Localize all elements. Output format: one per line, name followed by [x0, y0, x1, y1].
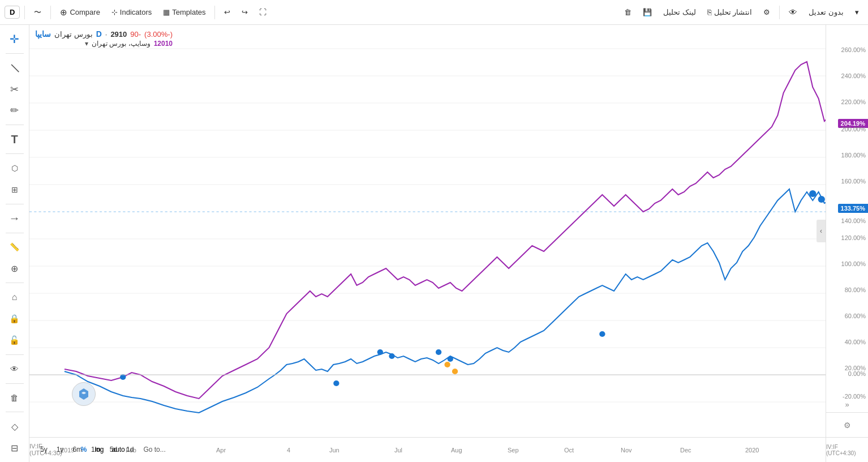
- time-label-nov: Nov: [621, 447, 632, 454]
- compare-row: 12010 وسایپ، بورس تهران ▾: [35, 40, 173, 48]
- bottom-timeframe-bar: 5y 1y 6m 1m 5d 1d Go to... IV:IF (UTC+4:…: [29, 437, 173, 462]
- collapse-panel-button[interactable]: ‹: [817, 220, 826, 242]
- dropdown-button[interactable]: ▾: [850, 6, 863, 19]
- price-highlight-blue: 133.75%: [838, 204, 868, 213]
- save-icon: 💾: [643, 8, 652, 16]
- price-label-120: 120.00%: [841, 234, 866, 241]
- chart-mode-buttons: IV:IF (UTC+4:30) % log auto: [29, 443, 127, 456]
- svg-point-22: [809, 190, 816, 197]
- chart-svg[interactable]: [29, 25, 826, 437]
- svg-point-18: [389, 353, 394, 359]
- link-analysis-label: لینک تحلیل: [663, 8, 696, 16]
- publish-analysis-label: انتشار تحلیل: [714, 8, 753, 16]
- chart-style-button[interactable]: 〜: [29, 5, 46, 20]
- price-label-80: 80.00%: [845, 286, 866, 293]
- goto-button[interactable]: Go to...: [143, 446, 165, 454]
- indicators-button[interactable]: ⊹ Indicators: [107, 6, 156, 19]
- node-tool[interactable]: ⬡: [5, 159, 25, 178]
- symbol-change: -90: [130, 30, 141, 38]
- time-label-apr: Apr: [216, 447, 226, 454]
- link-analysis-button[interactable]: لینک تحلیل: [659, 6, 701, 19]
- diamond-tool[interactable]: ◇: [5, 417, 25, 436]
- main-layout: ✛ | ✂ ✏ T ⬡ ⊞ → 📏 ⊕ ⌂ 🔒 🔓 👁 🗑 ◇ ⊟: [0, 25, 868, 462]
- compare-label: وسایپ، بورس تهران: [92, 40, 151, 48]
- unlock-tool[interactable]: 🔓: [5, 331, 25, 350]
- no-adjust-button[interactable]: بدون تعدیل: [804, 6, 848, 19]
- price-label-100: 100.00%: [841, 260, 866, 267]
- price-label-220: 220.00%: [841, 99, 866, 105]
- price-label-260: 260.00%: [841, 46, 866, 53]
- templates-icon: ▦: [163, 8, 170, 16]
- axis-settings-icon[interactable]: ⚙: [844, 421, 851, 430]
- templates-label: Templates: [172, 8, 205, 16]
- scissors-tool[interactable]: ✂: [5, 80, 25, 99]
- redo-button[interactable]: ↪: [237, 6, 252, 19]
- time-label-4: 4: [287, 447, 290, 454]
- pen-tool[interactable]: ✏: [5, 101, 25, 121]
- svg-point-16: [333, 380, 339, 386]
- compare-button[interactable]: ⊕ Compare: [55, 5, 104, 20]
- sep-6: [6, 283, 24, 283]
- eye-tool[interactable]: 👁: [5, 360, 25, 379]
- settings-icon: ⚙: [763, 8, 770, 16]
- hide-overlay-button[interactable]: 👁: [784, 5, 802, 19]
- compare-dropdown[interactable]: ▾: [85, 40, 88, 48]
- time-label-dec: Dec: [680, 447, 691, 454]
- delete-button[interactable]: 🗑: [620, 6, 636, 19]
- svg-point-24: [444, 362, 450, 367]
- indicators-icon: ⊹: [111, 8, 118, 16]
- text-tool[interactable]: T: [5, 130, 25, 149]
- expand-panel-button[interactable]: »: [845, 400, 849, 409]
- svg-point-23: [818, 196, 825, 203]
- undo-button[interactable]: ↩: [220, 6, 235, 19]
- dropdown-icon: ▾: [855, 8, 859, 16]
- price-label-160: 160.00%: [841, 178, 866, 185]
- zoom-tool[interactable]: ⊕: [5, 259, 25, 278]
- crosshair-tool[interactable]: ✛: [5, 29, 25, 49]
- compare-icon: ⊕: [60, 7, 67, 18]
- fullscreen-button[interactable]: ⛶: [255, 6, 271, 19]
- redo-icon: ↪: [242, 8, 248, 16]
- price-label-0: 0.00%: [848, 370, 866, 377]
- arrow-tool[interactable]: →: [5, 209, 25, 228]
- ruler-tool[interactable]: 📏: [5, 238, 25, 257]
- timeframe-button[interactable]: D: [5, 6, 20, 19]
- compare-value: 12010: [154, 40, 173, 48]
- separator-1: [24, 6, 25, 19]
- sep-3: [6, 153, 24, 154]
- trash-tool[interactable]: 🗑: [5, 388, 25, 408]
- auto-mode-button[interactable]: auto: [109, 444, 127, 455]
- publish-analysis-button[interactable]: انتشار تحلیل ⎘: [703, 6, 757, 19]
- symbol-exchange: بورس تهران: [54, 30, 93, 38]
- line-style-icon: 〜: [34, 7, 41, 18]
- symbol-sep: ·: [105, 30, 108, 38]
- time-label-aug: Aug: [451, 447, 462, 454]
- price-label-60: 60.00%: [845, 313, 866, 319]
- magnet-tool[interactable]: ⌂: [5, 288, 25, 307]
- shape-tool[interactable]: ⊞: [5, 180, 25, 199]
- indicators-label: Indicators: [120, 8, 152, 16]
- pct-mode-button[interactable]: %: [79, 444, 89, 455]
- delete-icon: 🗑: [624, 8, 631, 16]
- separator-4: [779, 6, 780, 19]
- sep-7: [6, 354, 24, 355]
- settings-button[interactable]: ⚙: [759, 6, 775, 19]
- compare-label: Compare: [70, 8, 100, 16]
- log-mode-button[interactable]: log: [92, 444, 106, 455]
- svg-point-25: [452, 369, 458, 374]
- symbol-row: (-3.00%) -90 2910 · D بورس تهران سایپا: [35, 29, 173, 38]
- left-toolbar: ✛ | ✂ ✏ T ⬡ ⊞ → 📏 ⊕ ⌂ 🔒 🔓 👁 🗑 ◇ ⊟: [0, 25, 29, 462]
- price-label-240: 240.00%: [841, 72, 866, 79]
- symbol-change-pct: (-3.00%): [144, 30, 173, 38]
- no-adjust-label: بدون تعدیل: [809, 8, 844, 16]
- line-tool[interactable]: |: [1, 54, 28, 82]
- templates-button[interactable]: ▦ Templates: [158, 6, 210, 19]
- lock-tool[interactable]: 🔒: [5, 309, 25, 328]
- time-label-sep: Sep: [508, 447, 519, 454]
- svg-point-19: [436, 349, 441, 355]
- svg-point-17: [377, 349, 383, 355]
- separator-3: [214, 6, 215, 19]
- save-button[interactable]: 💾: [638, 6, 656, 19]
- layers-tool[interactable]: ⊟: [5, 438, 25, 457]
- chart-area[interactable]: (-3.00%) -90 2910 · D بورس تهران سایپا 1…: [29, 25, 826, 437]
